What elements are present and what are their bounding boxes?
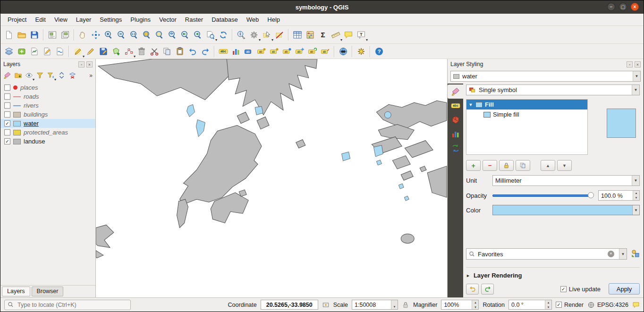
label-toolbar-options-button[interactable]: ab bbox=[242, 45, 255, 58]
map-canvas[interactable] bbox=[96, 59, 447, 297]
expand-icon[interactable]: ▼ bbox=[468, 102, 473, 107]
pan-to-selection-button[interactable] bbox=[89, 28, 102, 41]
messages-icon[interactable] bbox=[632, 301, 640, 309]
undo-button[interactable] bbox=[186, 45, 199, 58]
clear-filter-icon[interactable]: × bbox=[608, 251, 614, 257]
chevron-down-icon[interactable]: ▼ bbox=[633, 71, 640, 81]
menu-layer[interactable]: Layer bbox=[72, 15, 96, 25]
opacity-spinbox[interactable]: 100.0 % ▲▼ bbox=[598, 190, 640, 201]
new-spatialite-layer-button[interactable] bbox=[41, 45, 53, 58]
style-manager-icon[interactable] bbox=[631, 249, 640, 259]
lock-scale-icon[interactable] bbox=[402, 301, 409, 309]
duplicate-symbol-layer-button[interactable] bbox=[516, 160, 530, 171]
menu-database[interactable]: Database bbox=[207, 15, 242, 25]
zoom-full-button[interactable] bbox=[140, 28, 153, 41]
layer-item-landuse[interactable]: ✓landuse bbox=[0, 137, 95, 146]
styling-layer-select[interactable]: water ▼ bbox=[450, 71, 641, 82]
processing-toolbox-button[interactable] bbox=[355, 45, 367, 58]
zoom-in-button[interactable] bbox=[102, 28, 115, 41]
layer-item-places[interactable]: places bbox=[0, 83, 95, 92]
new-shapefile-layer-button[interactable] bbox=[28, 45, 41, 58]
add-symbol-layer-button[interactable]: ＋ bbox=[466, 160, 481, 171]
add-feature-button[interactable] bbox=[110, 45, 122, 58]
style-undo-button[interactable] bbox=[466, 284, 479, 295]
open-attribute-table-button[interactable] bbox=[291, 28, 304, 41]
chevron-down-icon[interactable]: ▼ bbox=[619, 249, 627, 259]
unit-select[interactable]: Millimeter ▼ bbox=[492, 175, 640, 186]
close-button[interactable]: × bbox=[631, 3, 639, 11]
expand-all-button[interactable] bbox=[56, 70, 67, 81]
layer-diagram-options-button[interactable] bbox=[229, 45, 242, 58]
text-annotation-button[interactable]: T▾ bbox=[355, 28, 367, 41]
paste-features-button[interactable] bbox=[173, 45, 186, 58]
manage-map-themes-button[interactable]: ▾ bbox=[24, 70, 34, 81]
layer-item-roads[interactable]: roads bbox=[0, 92, 95, 101]
menu-web[interactable]: Web bbox=[242, 15, 263, 25]
zoom-out-button[interactable] bbox=[115, 28, 127, 41]
apply-button[interactable]: Apply bbox=[609, 283, 640, 295]
new-project-button[interactable] bbox=[2, 28, 15, 41]
undock-styling-panel-icon[interactable]: ▫ bbox=[627, 61, 633, 67]
panel-tab-browser[interactable]: Browser bbox=[32, 287, 64, 296]
menu-edit[interactable]: Edit bbox=[31, 15, 50, 25]
lock-symbol-layer-button[interactable] bbox=[499, 160, 514, 171]
layer-labeling-options-button[interactable]: abc bbox=[217, 45, 229, 58]
menu-settings[interactable]: Settings bbox=[95, 15, 126, 25]
save-layer-edits-button[interactable] bbox=[97, 45, 110, 58]
zoom-last-button[interactable] bbox=[178, 28, 191, 41]
layer-visibility-checkbox[interactable] bbox=[4, 102, 10, 109]
render-checkbox[interactable]: ✓ bbox=[556, 302, 562, 308]
delete-selected-button[interactable] bbox=[135, 45, 148, 58]
maximize-button[interactable]: ▢ bbox=[619, 3, 627, 11]
spin-arrows[interactable]: ▲▼ bbox=[633, 191, 639, 200]
statistical-summary-button[interactable]: Σ bbox=[316, 28, 329, 41]
extents-toggle-icon[interactable] bbox=[322, 301, 330, 309]
field-calculator-button[interactable] bbox=[304, 28, 316, 41]
chevron-down-icon[interactable]: ▼ bbox=[632, 85, 639, 95]
style-redo-button[interactable] bbox=[481, 284, 494, 295]
chevron-down-icon[interactable]: ▼ bbox=[632, 176, 639, 186]
cut-features-button[interactable] bbox=[148, 45, 161, 58]
rotation-spinbox[interactable]: 0.0 ° ▲▼ bbox=[508, 300, 552, 310]
layer-item-water[interactable]: ✓water bbox=[0, 119, 95, 128]
measure-button[interactable]: ▾ bbox=[329, 28, 342, 41]
new-geopackage-layer-button[interactable] bbox=[15, 45, 28, 58]
new-print-layout-button[interactable] bbox=[46, 28, 59, 41]
open-project-button[interactable] bbox=[15, 28, 28, 41]
color-button[interactable]: ▼ bbox=[492, 205, 640, 215]
layer-visibility-checkbox[interactable] bbox=[4, 129, 10, 135]
add-group-button[interactable] bbox=[13, 70, 23, 81]
show-hide-labels-button[interactable]: ab bbox=[280, 45, 293, 58]
toolbar-overflow-button[interactable]: » bbox=[89, 72, 94, 79]
locate-search[interactable] bbox=[4, 300, 131, 310]
move-up-button[interactable]: ▲ bbox=[541, 160, 555, 171]
layer-visibility-checkbox[interactable]: ✓ bbox=[4, 138, 10, 144]
highlight-pinned-labels-button[interactable]: ab bbox=[255, 45, 268, 58]
redo-button[interactable] bbox=[199, 45, 212, 58]
identify-features-button[interactable]: i bbox=[235, 28, 247, 41]
layer-item-buildings[interactable]: buildings bbox=[0, 110, 95, 119]
metasearch-button[interactable] bbox=[337, 45, 349, 58]
zoom-to-layer-button[interactable] bbox=[166, 28, 178, 41]
rotate-label-button[interactable]: ab bbox=[306, 45, 319, 58]
coordinate-input[interactable] bbox=[261, 300, 318, 310]
layer-visibility-checkbox[interactable]: ✓ bbox=[4, 120, 10, 126]
style-filter-box[interactable]: Favorites × ▼ bbox=[466, 248, 627, 260]
chevron-down-icon[interactable]: ▼ bbox=[391, 300, 398, 309]
symbol-tree-item-fill[interactable]: ▼ Fill bbox=[466, 100, 587, 110]
menu-project[interactable]: Project bbox=[3, 15, 31, 25]
filter-legend-expression-button[interactable]: ε▾ bbox=[45, 70, 56, 81]
vertex-tool-button[interactable]: ▾ bbox=[122, 45, 135, 58]
select-features-button[interactable]: ▾ bbox=[260, 28, 273, 41]
symbol-tree-item-simple-fill[interactable]: Simple fill bbox=[466, 110, 587, 119]
menu-raster[interactable]: Raster bbox=[181, 15, 207, 25]
save-project-button[interactable] bbox=[28, 28, 41, 41]
pin-unpin-labels-button[interactable]: ab bbox=[268, 45, 280, 58]
opacity-slider[interactable] bbox=[492, 191, 594, 200]
refresh-map-button[interactable] bbox=[217, 28, 229, 41]
spin-arrows[interactable]: ▲▼ bbox=[472, 300, 478, 309]
move-down-button[interactable]: ▼ bbox=[557, 160, 572, 171]
layer-visibility-checkbox[interactable] bbox=[4, 111, 10, 118]
styling-tab-labels[interactable]: abc bbox=[448, 99, 463, 113]
pan-map-button[interactable] bbox=[76, 28, 89, 41]
